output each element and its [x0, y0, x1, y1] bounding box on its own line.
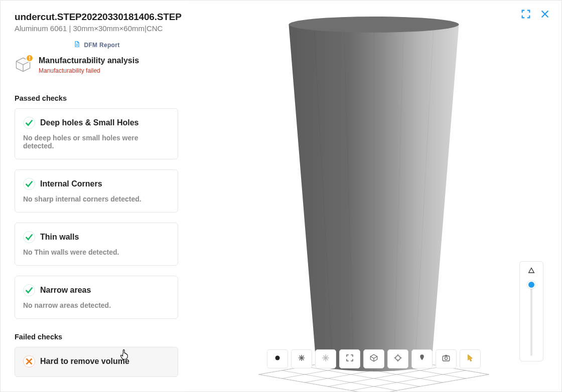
tool-fit-view[interactable] — [339, 349, 360, 368]
check-card-deep-holes[interactable]: Deep holes & Small Holes No deep holes o… — [15, 108, 178, 159]
failed-checks-heading: Failed checks — [15, 333, 178, 341]
target-icon — [393, 353, 402, 364]
check-title: Narrow areas — [40, 286, 91, 295]
check-pass-icon — [23, 178, 35, 190]
check-title: Thin walls — [40, 233, 79, 242]
svg-point-22 — [396, 356, 400, 360]
tool-select[interactable] — [460, 349, 481, 368]
sidebar-panel: undercut.STEP20220330181406.STEP Aluminu… — [1, 1, 186, 392]
check-card-hard-remove-volume[interactable]: Hard to remove volume — [15, 347, 178, 377]
tool-screenshot[interactable] — [436, 349, 457, 368]
asterisk-icon — [297, 353, 306, 364]
viewer-panel[interactable] — [186, 1, 561, 391]
snowflake-icon — [321, 353, 330, 364]
dfm-report-label: DFM Report — [84, 42, 120, 49]
check-desc: No narrow areas detected. — [23, 301, 170, 309]
check-pass-icon — [23, 231, 35, 243]
part-cube-icon: ! — [15, 56, 32, 73]
tool-pin-view[interactable] — [411, 349, 433, 368]
check-title: Internal Corners — [40, 179, 102, 188]
pointer-icon — [466, 353, 475, 364]
slider-thumb[interactable] — [527, 281, 535, 289]
tool-shading-ghost[interactable] — [315, 349, 336, 368]
document-icon — [73, 41, 80, 49]
svg-point-24 — [445, 357, 447, 359]
analysis-title: Manufacturability analysis — [39, 56, 139, 65]
analysis-status: Manufacturability failed — [39, 67, 139, 74]
triangle-up-icon — [527, 267, 536, 277]
svg-point-19 — [289, 17, 459, 33]
tool-orient-cube[interactable] — [363, 349, 384, 368]
tool-reset-center[interactable] — [387, 349, 408, 368]
file-subtitle: Aluminum 6061 | 30mm×30mm×60mm|CNC — [15, 24, 178, 33]
check-desc: No deep holes or small holes were detect… — [23, 134, 170, 150]
solid-circle-icon — [273, 353, 282, 364]
file-title: undercut.STEP20220330181406.STEP — [15, 12, 178, 23]
camera-icon — [442, 353, 451, 364]
check-card-internal-corners[interactable]: Internal Corners No sharp internal corne… — [15, 169, 178, 213]
explode-slider[interactable] — [530, 281, 532, 356]
tool-shading-solid[interactable] — [267, 349, 288, 368]
check-fail-icon — [23, 355, 35, 367]
check-card-narrow-areas[interactable]: Narrow areas No narrow areas detected. — [15, 276, 178, 319]
explode-slider-panel — [519, 261, 543, 361]
analysis-summary: ! Manufacturability analysis Manufactura… — [15, 56, 178, 80]
warning-badge-icon: ! — [26, 54, 34, 62]
app-root: undercut.STEP20220330181406.STEP Aluminu… — [0, 0, 562, 392]
check-card-thin-walls[interactable]: Thin walls No Thin walls were detected. — [15, 223, 178, 266]
check-desc: No sharp internal corners detected. — [23, 195, 170, 203]
passed-checks-heading: Passed checks — [15, 94, 178, 102]
fit-icon — [345, 353, 354, 364]
dfm-report-link[interactable]: DFM Report — [15, 41, 178, 49]
pin-icon — [417, 353, 427, 364]
check-title: Hard to remove volume — [40, 357, 129, 366]
check-pass-icon — [23, 284, 35, 296]
check-desc: No Thin walls were detected. — [23, 248, 170, 256]
tool-shading-wire[interactable] — [291, 349, 312, 368]
viewer-toolbar — [267, 349, 481, 368]
cube-icon — [369, 353, 378, 364]
model-scene[interactable] — [186, 1, 561, 391]
check-title: Deep holes & Small Holes — [40, 118, 139, 127]
check-pass-icon — [23, 117, 35, 129]
svg-point-20 — [275, 356, 280, 360]
